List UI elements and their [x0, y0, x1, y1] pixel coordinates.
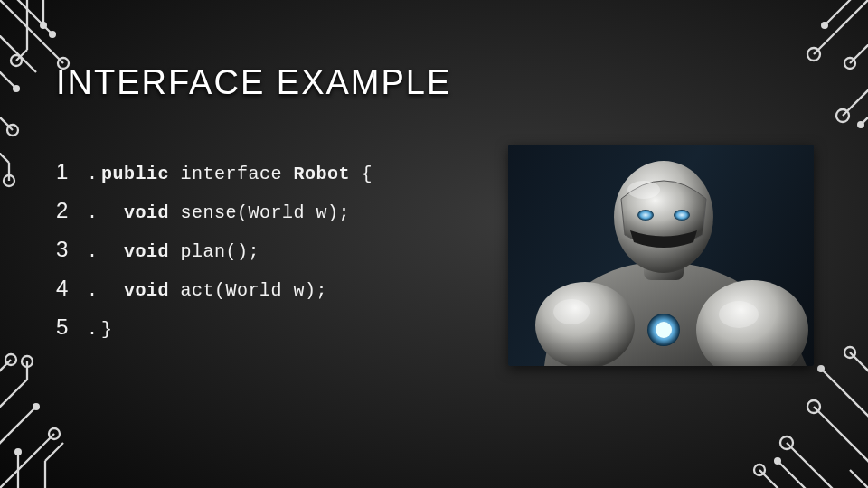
svg-line-0 [0, 0, 63, 63]
svg-line-9 [0, 27, 36, 72]
svg-line-40 [850, 352, 868, 380]
svg-line-29 [0, 380, 27, 416]
svg-line-34 [0, 434, 54, 488]
slide-title: INTERFACE EXAMPLE [56, 63, 451, 102]
code-line: 1. public interface Robot { [56, 161, 373, 183]
svg-line-14 [0, 145, 9, 163]
svg-line-42 [821, 369, 868, 425]
svg-point-37 [14, 448, 22, 455]
type-name: Robot [294, 164, 351, 184]
svg-point-62 [553, 299, 590, 324]
svg-line-5 [16, 50, 27, 61]
code-line: 3. void plan(); [56, 239, 373, 261]
code-line: 5. } [56, 316, 373, 339]
svg-point-60 [674, 210, 690, 221]
svg-line-17 [814, 0, 868, 54]
code-block: 1. public interface Robot { 2. void sens… [56, 145, 373, 355]
svg-point-26 [857, 121, 864, 128]
line-number: 4 [56, 277, 87, 299]
svg-line-10 [0, 63, 16, 89]
robot-icon [508, 145, 814, 366]
svg-point-6 [11, 55, 22, 66]
svg-point-61 [627, 181, 660, 199]
svg-line-32 [0, 407, 36, 452]
robot-image [508, 145, 814, 366]
svg-point-31 [22, 356, 33, 367]
svg-point-33 [33, 403, 40, 410]
svg-point-59 [637, 210, 654, 221]
line-number: 2 [56, 200, 87, 221]
svg-line-44 [814, 407, 868, 470]
keyword: void [124, 202, 169, 223]
svg-line-27 [0, 360, 11, 380]
svg-line-48 [778, 461, 823, 488]
svg-line-12 [0, 108, 13, 130]
svg-point-41 [844, 347, 855, 358]
svg-line-46 [787, 443, 850, 488]
svg-line-25 [861, 108, 868, 125]
line-number: 1 [56, 161, 87, 183]
svg-point-3 [49, 31, 56, 38]
slide: INTERFACE EXAMPLE 1. public interface Ro… [0, 0, 868, 488]
svg-point-35 [49, 428, 60, 439]
keyword: void [124, 241, 169, 262]
svg-point-63 [719, 301, 759, 328]
svg-line-2 [9, 0, 52, 34]
svg-line-19 [825, 0, 859, 25]
code-line: 2. void sense(World w); [56, 200, 373, 222]
svg-point-45 [807, 400, 820, 413]
svg-point-51 [754, 465, 765, 475]
svg-point-20 [821, 22, 828, 29]
svg-point-22 [844, 58, 855, 69]
svg-point-47 [780, 436, 793, 449]
svg-point-18 [807, 48, 820, 61]
svg-line-50 [760, 470, 796, 488]
svg-line-23 [843, 81, 868, 116]
keyword: void [124, 280, 169, 301]
svg-point-53 [535, 282, 635, 366]
line-number: 3 [56, 239, 87, 260]
svg-line-21 [850, 36, 868, 63]
svg-point-13 [7, 125, 18, 136]
code-line: 4. void act(World w); [56, 277, 373, 300]
keyword: public [101, 164, 169, 184]
svg-point-16 [4, 175, 14, 186]
svg-point-24 [836, 109, 849, 122]
svg-point-49 [774, 457, 781, 465]
line-number: 5 [56, 316, 87, 338]
svg-line-39 [45, 443, 63, 461]
svg-point-28 [5, 354, 16, 365]
svg-line-52 [850, 470, 868, 488]
svg-point-56 [656, 322, 672, 338]
svg-point-8 [40, 22, 47, 29]
svg-point-11 [13, 85, 20, 92]
svg-point-43 [817, 365, 825, 372]
